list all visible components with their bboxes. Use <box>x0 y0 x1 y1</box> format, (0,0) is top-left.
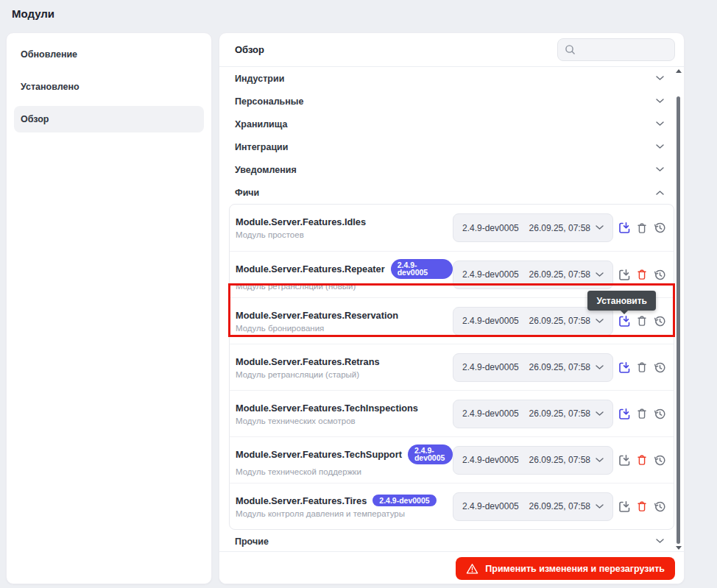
delete-button[interactable] <box>635 222 649 235</box>
panel-title: Обзор <box>235 44 264 55</box>
module-controls: 2.4.9-dev0005 26.09.25, 07:58 <box>453 307 666 336</box>
history-icon <box>654 361 666 374</box>
build-date-label: 26.09.25, 07:58 <box>529 455 590 465</box>
module-controls: 2.4.9-dev0005 26.09.25, 07:58 <box>453 353 666 382</box>
chevron-down-icon <box>596 225 604 230</box>
install-tooltip: Установить <box>587 291 656 311</box>
modules-panel: Обзор Индустрии Персональные Хранилища И… <box>219 32 685 584</box>
delete-button[interactable] <box>635 361 649 374</box>
category-label: Фичи <box>235 188 259 198</box>
module-description: Модуль ретрансляции (новый) <box>236 282 453 291</box>
apply-restart-button[interactable]: Применить изменения и перезагрузить <box>456 557 675 580</box>
chevron-down-icon <box>656 99 664 104</box>
module-row: Module.Server.Features.TechInspections М… <box>230 390 674 436</box>
install-button[interactable] <box>618 361 631 374</box>
module-row: Module.Server.Features.TechSupport 2.4.9… <box>230 436 674 483</box>
category-row[interactable]: Прочие <box>219 530 684 553</box>
trash-icon <box>636 454 648 466</box>
delete-button[interactable] <box>635 453 649 467</box>
version-select[interactable]: 2.4.9-dev0005 26.09.25, 07:58 <box>453 400 613 428</box>
category-label: Индустрии <box>235 74 284 84</box>
delete-button[interactable] <box>635 500 649 513</box>
version-label: 2.4.9-dev0005 <box>462 316 519 326</box>
history-button[interactable] <box>653 407 666 420</box>
install-download-icon <box>618 222 631 234</box>
category-row[interactable]: Уведомления <box>219 158 684 181</box>
module-row: Module.Server.Features.Retrans Модуль ре… <box>230 344 674 390</box>
search-input[interactable] <box>580 45 668 55</box>
build-date-label: 26.09.25, 07:58 <box>529 501 590 511</box>
category-row-features[interactable]: Фичи <box>219 181 684 204</box>
category-label: Персональные <box>235 96 303 107</box>
install-button[interactable] <box>618 268 631 281</box>
categories-top: Индустрии Персональные Хранилища Интегра… <box>219 67 684 181</box>
history-button[interactable] <box>653 314 666 327</box>
history-button[interactable] <box>653 500 666 513</box>
panel-header: Обзор <box>219 33 684 67</box>
module-info: Module.Server.Features.TechSupport 2.4.9… <box>236 444 453 476</box>
version-select[interactable]: 2.4.9-dev0005 26.09.25, 07:58 <box>453 492 613 521</box>
module-info: Module.Server.Features.Tires 2.4.9-dev00… <box>236 495 437 519</box>
version-label: 2.4.9-dev0005 <box>462 223 519 233</box>
chevron-down-icon <box>656 167 664 172</box>
module-row: Module.Server.Features.Reservation Модул… <box>230 297 674 344</box>
install-button[interactable] <box>618 500 631 513</box>
delete-button[interactable] <box>635 407 649 420</box>
history-button[interactable] <box>653 361 666 374</box>
trash-icon <box>636 361 648 373</box>
scroll-up-arrow[interactable] <box>676 69 682 74</box>
chevron-down-icon <box>656 539 664 544</box>
install-download-icon <box>618 500 631 513</box>
history-icon <box>654 315 666 327</box>
version-select[interactable]: 2.4.9-dev0005 26.09.25, 07:58 <box>453 353 613 382</box>
install-button[interactable] <box>618 453 631 467</box>
sidebar-item[interactable]: Обновление <box>14 41 204 68</box>
module-description: Модуль ретрансляции (старый) <box>236 370 380 379</box>
version-label: 2.4.9-dev0005 <box>462 269 519 280</box>
categories-list: Индустрии Персональные Хранилища Интегра… <box>219 67 684 553</box>
version-select[interactable]: 2.4.9-dev0005 26.09.25, 07:58 <box>453 446 613 475</box>
sidebar-item[interactable]: Обзор <box>14 106 204 132</box>
module-name: Module.Server.Features.Tires <box>236 495 367 506</box>
install-button[interactable] <box>618 407 631 420</box>
module-controls: 2.4.9-dev0005 26.09.25, 07:58 <box>453 492 666 521</box>
sidebar-item-label: Обзор <box>21 114 49 124</box>
category-row[interactable]: Персональные <box>219 90 684 113</box>
chevron-down-icon <box>596 458 604 463</box>
install-button[interactable] <box>618 314 631 327</box>
module-name: Module.Server.Features.TechSupport <box>236 449 402 460</box>
category-label: Интеграции <box>235 142 288 152</box>
delete-button[interactable] <box>635 268 649 281</box>
category-row[interactable]: Индустрии <box>219 67 684 90</box>
history-button[interactable] <box>653 268 666 281</box>
module-info: Module.Server.Features.Retrans Модуль ре… <box>236 356 380 379</box>
version-label: 2.4.9-dev0005 <box>462 408 519 419</box>
delete-button[interactable] <box>635 314 649 327</box>
module-description: Модуль контроля давления и температуры <box>236 509 437 518</box>
version-select[interactable]: 2.4.9-dev0005 26.09.25, 07:58 <box>453 307 613 336</box>
modules-list: Module.Server.Features.Idles Модуль прос… <box>230 205 674 529</box>
install-button[interactable] <box>618 222 631 235</box>
history-button[interactable] <box>653 453 666 467</box>
category-row[interactable]: Хранилища <box>219 113 684 135</box>
history-button[interactable] <box>653 222 666 235</box>
module-info: Module.Server.Features.Idles Модуль прос… <box>236 216 366 239</box>
scroll-thumb[interactable] <box>677 96 680 544</box>
category-row[interactable]: Интеграции <box>219 135 684 158</box>
version-label: 2.4.9-dev0005 <box>462 362 519 372</box>
scroll-down-arrow[interactable] <box>676 546 682 550</box>
module-row: Module.Server.Features.Idles Модуль прос… <box>230 205 674 251</box>
chevron-down-icon <box>656 121 664 127</box>
trash-icon <box>636 269 648 280</box>
search-box[interactable] <box>557 38 675 61</box>
module-description: Модуль технической поддержки <box>236 467 453 476</box>
version-select[interactable]: 2.4.9-dev0005 26.09.25, 07:58 <box>453 261 613 289</box>
build-date-label: 26.09.25, 07:58 <box>529 408 590 419</box>
sidebar-item[interactable]: Установлено <box>14 74 204 100</box>
install-download-icon <box>618 315 631 327</box>
chevron-down-icon <box>596 319 604 324</box>
install-download-icon <box>618 408 631 420</box>
version-select[interactable]: 2.4.9-dev0005 26.09.25, 07:58 <box>453 213 613 242</box>
module-description: Модуль простоев <box>236 230 366 239</box>
build-date-label: 26.09.25, 07:58 <box>529 316 590 326</box>
